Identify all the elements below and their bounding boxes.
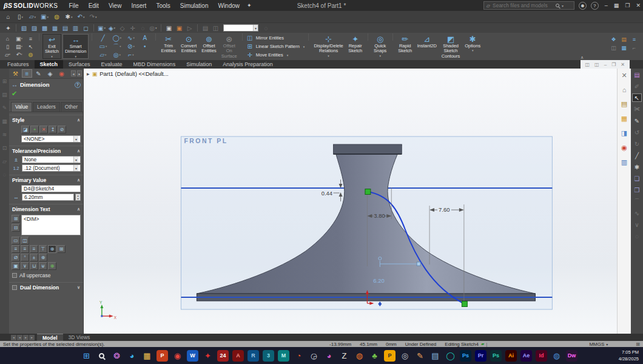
display-delete-relations-button[interactable]: ⊹ Display/Delete Relations ▾ <box>312 34 345 59</box>
dimension-text-620[interactable]: 6.20 <box>373 277 384 284</box>
maya-icon[interactable]: M <box>278 350 289 362</box>
graphics-area[interactable]: FRONT PL 0.44 <box>84 69 617 334</box>
section-view-icon[interactable]: ◈▾ <box>107 24 117 32</box>
position-bottom-icon[interactable]: ⊞ <box>57 245 66 253</box>
zbrush-icon[interactable]: Z <box>337 349 352 362</box>
select-arrow-icon[interactable]: ↖ <box>632 93 642 102</box>
appearances-icon[interactable]: ◉ <box>621 144 627 152</box>
app-pink-icon[interactable]: ◕ <box>322 349 337 362</box>
view-cube-icon[interactable]: ▥ <box>70 24 81 32</box>
snapshot-icon[interactable]: ▣ <box>164 24 174 32</box>
repair-sketch-button[interactable]: ✦ Repair Sketch <box>346 34 365 59</box>
tolerance-select[interactable]: None▾ <box>22 156 81 163</box>
fillet-tool-icon[interactable]: ⌐▾ <box>124 51 138 59</box>
corner-icon[interactable]: ⌐ <box>629 44 639 52</box>
explorer-icon[interactable]: ▦ <box>140 349 155 362</box>
spline-point-handle[interactable] <box>417 262 420 266</box>
menu-item[interactable]: View <box>104 2 127 9</box>
document-minimize-icon[interactable]: – <box>604 62 607 67</box>
erase-icon[interactable]: ✀ <box>632 105 642 113</box>
tab-scroll-prev-icon[interactable]: ◂ <box>17 335 22 340</box>
home-icon[interactable]: ⌂ <box>622 86 627 93</box>
tab-scroll-next-icon[interactable]: ▸ <box>23 335 29 340</box>
arrow-left-icon[interactable]: ◂ <box>71 70 76 76</box>
pane-left-icon[interactable]: ◫ <box>585 62 590 67</box>
app-teal-icon[interactable]: ◯ <box>443 349 458 362</box>
gear-icon[interactable]: ✱ <box>632 163 642 171</box>
panel-tab[interactable]: Leaders <box>33 102 60 112</box>
redo-icon[interactable]: ↷▾ <box>88 13 98 21</box>
menu-item[interactable]: File <box>64 2 84 9</box>
arrow-right-icon[interactable]: ▸ <box>77 70 82 76</box>
cup-symbol-icon[interactable]: ⊔ <box>30 262 38 270</box>
dock-icon[interactable]: ⊞ <box>2 78 7 84</box>
pencil-icon[interactable]: ✎ <box>412 349 428 362</box>
new-document-icon[interactable]: ▯▾ <box>15 13 25 21</box>
3dsmax-icon[interactable]: 3 <box>263 350 274 362</box>
speedtree-icon[interactable]: ♣ <box>367 349 382 362</box>
pane-right-icon[interactable]: ◫ <box>594 62 599 67</box>
ribbon-tab[interactable]: Sketch <box>35 60 64 69</box>
new-document-icon[interactable]: ▯ <box>2 42 13 50</box>
save-icon[interactable]: ▣▾ <box>13 35 25 42</box>
style-section-header[interactable]: Style∧ <box>9 115 83 124</box>
cinema4d-icon[interactable]: ◎ <box>397 349 412 362</box>
chevron-down-icon[interactable]: ▾ <box>606 342 608 346</box>
ribbon-tab[interactable]: MBD Dimensions <box>128 60 181 69</box>
model-neck-cap[interactable] <box>334 144 402 154</box>
planes-icon[interactable]: ◫ <box>210 24 221 32</box>
display-manager-tab-icon[interactable]: ◉ <box>56 69 67 78</box>
sketch-entity-icon[interactable]: ❐ <box>632 186 642 194</box>
ok-button[interactable]: ✔ <box>9 89 83 100</box>
menu-item[interactable]: Tools <box>151 2 175 9</box>
ribbon-tab[interactable]: Features <box>2 60 35 69</box>
home-icon[interactable]: ⌂ <box>3 13 13 21</box>
view-cube-icon[interactable]: ◻ <box>81 24 91 32</box>
point-tool-icon[interactable]: • <box>138 42 152 51</box>
quick-snaps-button[interactable]: ◎ Quick Snaps ▾ <box>371 34 389 59</box>
rapid-sketch-button[interactable]: ✏ Rapid Sketch <box>396 34 414 59</box>
list-icon[interactable]: ≡ <box>629 35 639 44</box>
convert-entities-button[interactable]: ⊙ Convert Entities <box>179 34 198 59</box>
document-restore-icon[interactable]: ❐ <box>611 62 616 67</box>
view-cube-icon[interactable]: ▤ <box>60 24 70 32</box>
rebuild-icon[interactable]: ◍ <box>52 13 62 21</box>
pan-icon[interactable]: ✛ <box>127 24 138 32</box>
document-tab[interactable]: 3D Views <box>63 334 96 341</box>
appearance-target-icon[interactable]: ▤ <box>632 70 642 79</box>
units-selector[interactable]: MMGS <box>589 342 604 347</box>
dock-icon[interactable]: ▦ <box>2 118 7 124</box>
ribbon-tab[interactable]: Evaluate <box>96 60 128 69</box>
system-clock[interactable]: 7:05 PM 4/28/2025 <box>619 349 639 362</box>
offset-entities-button[interactable]: ⊚ Offset Entities <box>200 34 218 59</box>
dimension-name-field[interactable]: D4@Sketch4 <box>21 185 81 192</box>
dual-dimension-section-header[interactable]: Dual Dimension ∨ <box>9 282 83 292</box>
dreamweaver-icon[interactable]: Dw <box>566 350 577 362</box>
options-gear-icon[interactable]: ✱▾ <box>64 13 74 21</box>
photoshop-beta-icon[interactable]: Ps <box>490 350 502 362</box>
edge-icon[interactable]: ◕ <box>124 349 140 362</box>
sketch-entity-icon[interactable]: ❏ <box>632 174 642 183</box>
dock-icon[interactable]: ⊡ <box>2 145 7 151</box>
compass-icon[interactable]: ◶ <box>306 349 322 362</box>
open-icon[interactable]: ▱▾ <box>27 13 38 21</box>
circle-tool-icon[interactable]: ◯▾ <box>110 34 124 42</box>
layout-button[interactable]: ▦ <box>614 2 619 8</box>
tolerance-section-header[interactable]: Tolerance/Precision∧ <box>9 146 83 155</box>
dock-icon[interactable]: ◌ <box>3 172 6 178</box>
appearance-icon[interactable]: ▤ <box>619 35 629 44</box>
check-symbol-icon[interactable]: ∨ <box>21 262 29 270</box>
undo-icon[interactable]: ↶▾ <box>13 50 25 58</box>
spline-tool-icon[interactable]: ∿▾ <box>124 34 138 42</box>
powerpoint-icon[interactable]: P <box>157 350 168 362</box>
refresh-icon[interactable]: ◌ <box>632 232 642 240</box>
tree-expand-icon[interactable]: ▶ <box>87 72 90 76</box>
ellipse-tool-icon[interactable]: ⊘▾ <box>124 42 138 51</box>
display-state-icon[interactable]: ◌ <box>261 24 271 32</box>
trim-entities-button[interactable]: ✂ Trim Entities <box>159 34 178 59</box>
square-symbol-icon[interactable]: ▣ <box>12 262 20 270</box>
app-orange-icon[interactable]: ◔ <box>291 349 306 362</box>
dimension-value-field[interactable]: 6.20mm <box>22 194 74 201</box>
dimension-text-section-header[interactable]: Dimension Text∧ <box>9 204 83 214</box>
touch-icon[interactable]: ↻ <box>632 140 642 148</box>
